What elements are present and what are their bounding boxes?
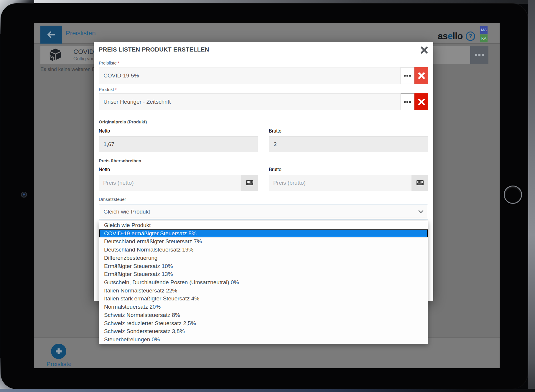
add-pricelist-button[interactable] — [51, 344, 66, 359]
dropdown-option[interactable]: Ermäßigter Steuersatz 13% — [99, 270, 428, 278]
override-netto-field — [99, 175, 258, 191]
dropdown-option[interactable]: Deutschland ermäßigter Steuersatz 7% — [99, 237, 428, 246]
umsatzsteuer-select[interactable]: Gleich wie Produkt — [99, 204, 428, 219]
produkt-input[interactable] — [99, 93, 401, 110]
produkt-field-row — [99, 93, 428, 110]
override-netto-input[interactable] — [99, 175, 241, 191]
ellipsis-icon — [404, 101, 406, 103]
produkt-label: Produkt* — [99, 87, 117, 92]
dropdown-option[interactable]: Italien Normalsteuersatz 22% — [99, 287, 428, 295]
chevron-down-icon — [418, 210, 424, 214]
row-more-button[interactable] — [470, 46, 488, 64]
keyboard-addon[interactable] — [411, 175, 428, 191]
preisliste-browse-button[interactable] — [401, 67, 414, 84]
tablet-bottom-edge — [0, 389, 535, 392]
override-brutto-label: Brutto — [269, 167, 428, 172]
home-button[interactable] — [504, 186, 522, 204]
add-pricelist-label: Preisliste — [34, 360, 84, 368]
dropdown-option[interactable]: Schweiz reduzierter Steuersatz 2,5% — [99, 319, 428, 328]
required-marker: * — [115, 87, 117, 92]
produkt-clear-button[interactable] — [414, 93, 428, 110]
arrow-left-icon — [47, 31, 56, 39]
preisliste-label: Preisliste* — [99, 60, 119, 65]
dropdown-option[interactable]: Italien stark ermäßigter Steuersatz 4% — [99, 295, 428, 303]
produkt-browse-button[interactable] — [401, 93, 414, 110]
tax-dropdown-list: Gleich wie ProduktCOVID-19 ermäßigter St… — [99, 221, 428, 344]
dropdown-option[interactable]: COVID-19 ermäßigter Steuersatz 5% — [99, 229, 428, 238]
modal-close-button[interactable] — [419, 44, 430, 56]
originalpreis-heading: Originalpreis (Produkt) — [99, 119, 147, 124]
orig-netto-label: Netto — [99, 128, 258, 134]
dropdown-option[interactable]: Schweiz Sondersteuersatz 3,8% — [99, 328, 428, 336]
override-brutto-field — [269, 175, 428, 191]
dropdown-option[interactable]: Steuerbefreiungen 0% — [99, 335, 428, 344]
page-title: Preislisten — [66, 29, 96, 37]
badge-ka[interactable]: KA — [480, 34, 488, 42]
empty-list-note: Es sind keine weiteren Ei — [40, 67, 96, 72]
required-marker: * — [118, 60, 119, 65]
clear-x-icon — [418, 99, 425, 105]
close-icon — [420, 46, 428, 54]
badge-ma[interactable]: MA — [480, 26, 488, 34]
dropdown-option[interactable]: Normalsteuersatz 20% — [99, 303, 428, 311]
orig-brutto-label: Brutto — [269, 128, 428, 134]
tablet-device: Preislisten asello ? MA KA COVID-19 — [0, 0, 535, 392]
override-netto-label: Netto — [99, 167, 258, 172]
package-tag-icon — [49, 48, 62, 62]
keyboard-addon[interactable] — [241, 175, 258, 191]
preisliste-input[interactable] — [99, 67, 401, 84]
asello-logo: asello — [438, 31, 463, 42]
dropdown-option[interactable]: Gutschein, Durchlaufende Posten (Umsatzn… — [99, 278, 428, 287]
ellipsis-icon — [404, 75, 406, 77]
modal-title: PREIS LISTEN PRODUKT ERSTELLEN — [99, 46, 209, 53]
dropdown-option[interactable]: Gleich wie Produkt — [99, 221, 428, 229]
tablet-right-edge — [528, 0, 535, 392]
orig-netto-input — [99, 136, 258, 152]
dropdown-option[interactable]: Schweiz Normalsteuersatz 8% — [99, 311, 428, 319]
front-camera-icon — [21, 192, 27, 198]
umsatzsteuer-label: Umsatzsteuer — [99, 197, 126, 202]
umsatzsteuer-selected-value: Gleich wie Produkt — [99, 209, 418, 215]
ellipsis-icon — [475, 54, 477, 56]
clear-x-icon — [418, 72, 425, 79]
keyboard-icon — [246, 180, 253, 186]
plus-icon — [55, 347, 63, 355]
back-button[interactable] — [40, 26, 62, 44]
help-icon[interactable]: ? — [466, 32, 475, 41]
app-header: Preislisten asello ? MA KA — [34, 23, 500, 44]
preisliste-field-row — [99, 67, 428, 84]
dropdown-option[interactable]: Deutschland Normalsteuersatz 19% — [99, 246, 428, 254]
keyboard-icon — [416, 180, 424, 186]
ueberschreiben-heading: Preis überschreiben — [99, 158, 141, 163]
dropdown-option[interactable]: Differenzbesteuerung — [99, 254, 428, 262]
dropdown-option[interactable]: Ermäßigter Steuersatz 10% — [99, 262, 428, 270]
override-brutto-input[interactable] — [269, 175, 411, 191]
preisliste-clear-button[interactable] — [414, 67, 428, 84]
app-screen: Preislisten asello ? MA KA COVID-19 — [34, 23, 500, 368]
orig-brutto-input — [269, 136, 428, 152]
